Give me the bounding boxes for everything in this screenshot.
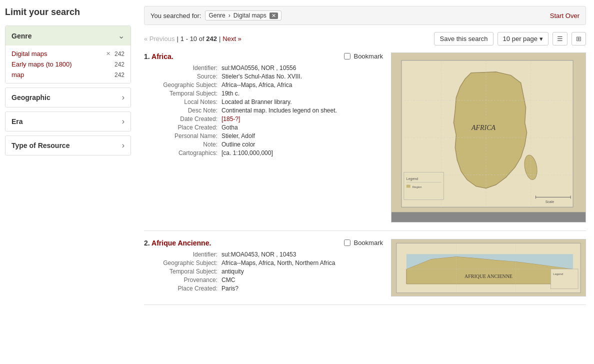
pagination: « Previous | 1 - 10 of 242 | Next »: [144, 35, 242, 42]
result-title-link-1[interactable]: Africa.: [152, 52, 174, 60]
per-page-button[interactable]: 10 per page ▾: [498, 32, 548, 46]
result-number: 1.: [144, 52, 152, 60]
field-label: Desc Note:: [144, 107, 222, 114]
svg-text:AFRIQUE ANCIENNE: AFRIQUE ANCIENNE: [464, 274, 512, 279]
field-label: Provenance:: [144, 276, 222, 284]
field-value: [ca. 1:100,000,000]: [222, 150, 383, 156]
remove-tag-button[interactable]: ✕: [270, 12, 278, 19]
chevron-down-icon: ⌄: [118, 31, 124, 40]
field-local-notes: Local Notes: Located at Branner library.: [144, 98, 383, 106]
svg-text:Legend: Legend: [406, 177, 418, 181]
field-value: Paris?: [222, 285, 383, 292]
next-page-link[interactable]: Next »: [222, 35, 242, 42]
field-temporal-subject: Temporal Subject: 19th c.: [144, 90, 383, 97]
facet-geographic-label: Geographic: [12, 94, 50, 102]
search-bar: You searched for: Genre › Digital maps ✕…: [144, 6, 586, 25]
africa-map-svg: AFRICA Legend Region: [392, 52, 586, 222]
field-value: sul:MOA0556, NOR , 10556: [222, 64, 383, 72]
pagination-separator2: |: [219, 35, 220, 42]
facet-count: 242: [114, 72, 124, 78]
field-value: 19th c.: [222, 90, 383, 97]
tag-separator: ›: [228, 12, 230, 19]
bookmark-label-2: Bookmark: [354, 239, 383, 246]
map-image-africa[interactable]: AFRICA Legend Region: [391, 52, 586, 222]
field-geo-subject-2: Geographic Subject: Africa--Maps, Africa…: [144, 260, 383, 266]
result-header-2: 2. Afrique Ancienne. Bookmark: [144, 239, 383, 247]
field-label: Identifier:: [144, 64, 222, 72]
grid-view-button[interactable]: ⊞: [572, 32, 586, 46]
chevron-right-icon: ›: [122, 117, 124, 126]
result-fields-1: Identifier: sul:MOA0556, NOR , 10556 Sou…: [144, 64, 383, 156]
result-fields-2: Identifier: sul:MOA0453, NOR , 10453 Geo…: [144, 251, 383, 292]
bookmark-area-2: Bookmark: [344, 239, 383, 246]
main-content: You searched for: Genre › Digital maps ✕…: [136, 0, 594, 364]
chevron-right-icon: ›: [122, 141, 124, 150]
result-image-2[interactable]: AFRIQUE ANCIENNE Legend: [391, 239, 586, 296]
facet-header-era[interactable]: Era ›: [5, 112, 131, 132]
result-item-1: 1. Africa. Bookmark Identifier: sul:MOA0…: [144, 52, 586, 231]
field-value: Africa--Maps, Africa, Africa: [222, 82, 383, 88]
bookmark-checkbox-1[interactable]: [344, 53, 350, 60]
facet-era-label: Era: [12, 118, 23, 126]
facet-remove-icon[interactable]: ✕: [106, 50, 110, 57]
field-label: Source:: [144, 73, 222, 80]
field-value: sul:MOA0453, NOR , 10453: [222, 251, 383, 258]
field-personal-name: Personal Name: Stieler, Adolf: [144, 132, 383, 140]
bookmark-area-1: Bookmark: [344, 52, 383, 60]
result-meta-1: 1. Africa. Bookmark Identifier: sul:MOA0…: [144, 52, 383, 222]
search-bar-left: You searched for: Genre › Digital maps ✕: [150, 10, 282, 20]
result-header-1: 1. Africa. Bookmark: [144, 52, 383, 60]
tag-value: Digital maps: [234, 12, 266, 19]
facet-header-geographic[interactable]: Geographic ›: [5, 88, 131, 108]
svg-text:AFRICA: AFRICA: [471, 124, 496, 132]
facet-count: 242: [114, 61, 124, 68]
svg-rect-1: [392, 212, 586, 222]
facet-digital-maps-link[interactable]: Digital maps: [12, 50, 104, 58]
result-image-1[interactable]: AFRICA Legend Region: [391, 52, 586, 222]
field-label: Temporal Subject:: [144, 90, 222, 97]
prev-page-link: « Previous: [144, 35, 174, 42]
start-over-link[interactable]: Start Over: [550, 12, 580, 20]
field-label: Place Created:: [144, 124, 222, 131]
range-dash: -: [186, 35, 190, 42]
field-place-created-2: Place Created: Paris?: [144, 285, 383, 292]
list-icon: ☰: [557, 35, 563, 42]
sidebar-title: Limit your search: [5, 5, 131, 20]
map-image-afrique-ancienne[interactable]: AFRIQUE ANCIENNE Legend: [391, 239, 586, 296]
field-value: Outline color: [222, 141, 383, 148]
result-title-link-2[interactable]: Afrique Ancienne.: [152, 239, 211, 247]
facet-header-genre[interactable]: Genre ⌄: [6, 26, 130, 46]
field-value: Continental map. Includes legend on shee…: [222, 107, 383, 114]
afrique-ancienne-svg: AFRIQUE ANCIENNE Legend: [392, 239, 586, 296]
svg-rect-14: [406, 185, 410, 188]
field-label: Temporal Subject:: [144, 268, 222, 275]
field-label: Identifier:: [144, 251, 222, 258]
facet-item: map 242: [10, 70, 126, 80]
list-view-button[interactable]: ☰: [552, 32, 568, 46]
save-search-button[interactable]: Save this search: [434, 32, 493, 46]
facet-early-maps-link[interactable]: Early maps (to 1800): [12, 60, 110, 68]
chevron-right-icon: ›: [122, 93, 124, 102]
date-link[interactable]: [185-?]: [222, 116, 240, 122]
field-cartographics: Cartographics: [ca. 1:100,000,000]: [144, 150, 383, 156]
results-controls: Save this search 10 per page ▾ ☰ ⊞: [434, 32, 586, 46]
field-identifier: Identifier: sul:MOA0556, NOR , 10556: [144, 64, 383, 72]
result-title-2: 2. Afrique Ancienne.: [144, 239, 211, 247]
field-note: Note: Outline color: [144, 141, 383, 148]
range-end: 10: [190, 35, 197, 42]
facet-header-type-of-resource[interactable]: Type of Resource ›: [5, 136, 131, 156]
facet-map-link[interactable]: map: [12, 71, 110, 78]
svg-text:Region: Region: [412, 186, 422, 188]
search-tag: Genre › Digital maps ✕: [205, 10, 281, 20]
bookmark-checkbox-2[interactable]: [344, 240, 350, 246]
facet-group-genre: Genre ⌄ Digital maps ✕ 242 Early maps (t…: [5, 26, 131, 84]
field-value: Africa--Maps, Africa, North, Northern Af…: [222, 260, 383, 266]
facet-genre-label: Genre: [12, 32, 32, 40]
result-number: 2.: [144, 239, 152, 247]
facet-type-label: Type of Resource: [12, 142, 70, 150]
field-label: Place Created:: [144, 285, 222, 292]
field-temporal-subject-2: Temporal Subject: antiquity: [144, 268, 383, 275]
results-header: « Previous | 1 - 10 of 242 | Next » Save…: [144, 32, 586, 46]
total-count: 242: [206, 35, 217, 42]
field-label: Cartographics:: [144, 150, 222, 156]
